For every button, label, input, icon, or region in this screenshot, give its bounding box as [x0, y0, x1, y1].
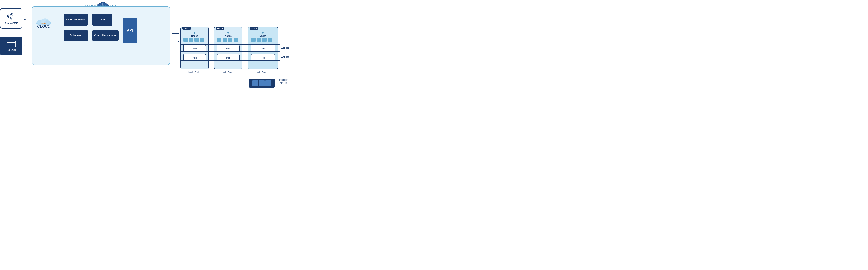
- app-label-top: Application: [281, 47, 289, 49]
- svg-point-12: [11, 14, 12, 15]
- down-arrow3: ↓: [262, 73, 264, 77]
- aruba-cmp-icon: [6, 12, 16, 20]
- zone2-nodepool-label: Node Pool: [222, 71, 232, 73]
- svg-point-10: [8, 16, 9, 17]
- cloud-text: CLOUD: [37, 24, 50, 29]
- zone1-nodes-label: Nodes: [181, 35, 209, 37]
- app-label-bottom: Application: [281, 56, 289, 58]
- app-span-top: [180, 44, 280, 52]
- zone3-label: Zone 3: [250, 27, 258, 30]
- zone1-nodepool-label: Node Pool: [188, 71, 199, 73]
- scheduler-box: Scheduler: [64, 30, 88, 41]
- aruba-text: aruba: [41, 23, 46, 25]
- pv-arrow: →: [276, 82, 279, 85]
- kubectl-icon: [7, 40, 16, 48]
- scheduler-label: Scheduler: [70, 34, 82, 37]
- persistent-volume-box: [249, 79, 275, 88]
- svg-line-16: [10, 17, 11, 18]
- arrow-aruba: ↔: [24, 17, 27, 22]
- main-container: aruba CLOUD Cloud controller etcd Schedu…: [32, 6, 170, 65]
- svg-point-22: [9, 41, 10, 42]
- api-label: API: [127, 28, 133, 33]
- svg-marker-32: [178, 33, 179, 35]
- zone2-node-squares: [217, 37, 238, 42]
- api-box: API: [123, 18, 137, 43]
- arrow-to-zones: [171, 32, 179, 44]
- diagram: K8S control plane Aruba CMP ↔ Ku: [0, 0, 289, 90]
- controller-manager-box: Controller Manager: [92, 30, 119, 41]
- down-arrow2: ↓: [258, 73, 260, 77]
- svg-marker-33: [178, 41, 179, 43]
- persistent-label: Persistent Volume with Topology Awarenes…: [279, 79, 289, 84]
- controller-manager-label: Controller Manager: [94, 34, 117, 37]
- kubectl-box: KubeCTL: [0, 37, 23, 55]
- zone2-label: Zone 2: [216, 27, 224, 30]
- zone2-nodes-label: Nodes: [214, 35, 242, 37]
- pv-block1: [252, 80, 258, 86]
- zone1-node-squares: [183, 37, 205, 42]
- kubectl-label: KubeCTL: [6, 49, 17, 52]
- etcd-box: etcd: [92, 14, 113, 26]
- svg-point-14: [11, 18, 12, 19]
- pv-block2: [259, 80, 265, 86]
- zone1-label: Zone 1: [182, 27, 191, 30]
- aruba-cloud-logo: aruba CLOUD: [36, 18, 52, 29]
- svg-point-20: [8, 41, 8, 42]
- pv-block3: [266, 80, 271, 86]
- zone2-arrow: ▼: [227, 31, 229, 35]
- zone1-arrow: ▼: [193, 31, 196, 35]
- etcd-label: etcd: [100, 18, 105, 22]
- zone3-nodes-label: Nodes: [248, 35, 278, 37]
- aruba-cmp-label: Aruba CMP: [5, 22, 18, 25]
- aruba-cmp-box: Aruba CMP: [0, 8, 23, 29]
- zone3-node-squares: [251, 37, 272, 42]
- zone3-arrow: ▼: [261, 31, 264, 35]
- arrow-kubectl: ↔: [24, 44, 27, 48]
- down-arrow1: ↓: [254, 73, 256, 77]
- cloud-controller-box: Cloud controller: [64, 14, 88, 26]
- cloud-controller-label: Cloud controller: [66, 18, 85, 22]
- app-span-bottom: [180, 54, 280, 61]
- svg-point-21: [8, 41, 9, 42]
- zone3-nodepool-label: Node Pool: [256, 71, 266, 73]
